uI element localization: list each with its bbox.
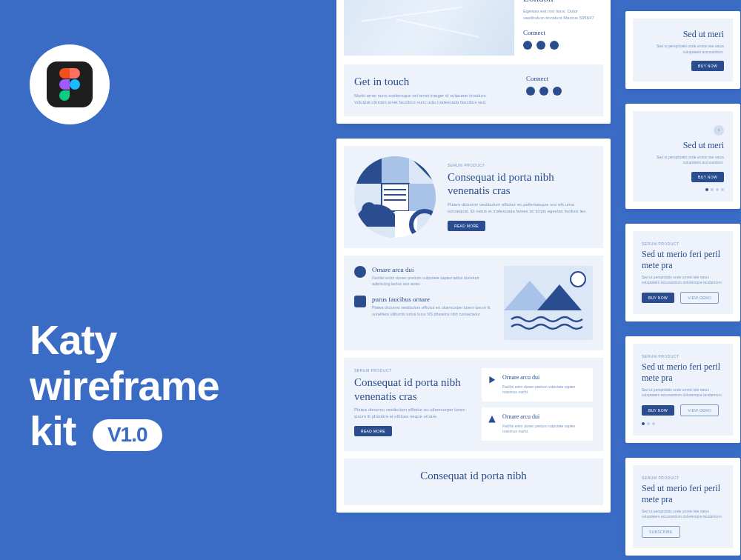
subscribe-button[interactable]: SUBSCRIBE [642, 526, 680, 538]
r1-body: Sed ut perspiciatis unde omnis iste natu… [642, 44, 724, 55]
feature-item: Ornare arcu dui Facilisi enim donec pret… [354, 266, 492, 287]
buy-now-button[interactable]: BUY NOW [642, 293, 674, 303]
panel-r3: SERUM PRODUCT Sed ut merio feri peril me… [625, 224, 740, 321]
facebook-icon[interactable] [526, 87, 535, 96]
carousel-prev-icon[interactable]: ‹ [714, 125, 724, 136]
r4-body: Sed ut perspiciatis unde omnis iste natu… [642, 387, 724, 399]
view-demo-button[interactable]: VIEW DEMO [680, 404, 719, 416]
map-placeholder [344, 0, 514, 56]
svg-rect-2 [354, 156, 382, 184]
twitter-icon[interactable] [553, 87, 562, 96]
version-pill: V1.0 [93, 419, 162, 451]
r5-body: Sed ut perspiciatis unde omnis iste natu… [642, 509, 724, 520]
dot-icon[interactable] [705, 188, 708, 191]
geometric-circle-art [354, 156, 436, 238]
feature-title: purus faucibus ornare [372, 296, 492, 303]
feature-item: purus faucibus ornare Platea dictumst ve… [354, 296, 492, 317]
get-in-touch: Get in touch Morbi amet nunc scelerisque… [344, 64, 603, 116]
svg-rect-3 [382, 156, 409, 184]
document-icon [354, 296, 366, 307]
twitter-icon[interactable] [550, 41, 559, 50]
dot-icon[interactable] [711, 188, 714, 191]
r4-title: Sed ut merio feri peril mete pra [642, 361, 724, 384]
r3-title: Sed ut merio feri peril mete pra [642, 249, 724, 271]
column-b: Sed ut meri Sed ut perspiciatis unde omn… [625, 0, 740, 556]
dot-icon[interactable] [647, 422, 650, 425]
r1-title: Sed ut meri [642, 29, 724, 40]
figma-badge [30, 44, 110, 124]
product-a-title: Consequat id porta nibh venenatis cras [448, 170, 593, 199]
promo-title: Katy wireframe kit V1.0 [30, 317, 304, 454]
carousel-dots [642, 422, 724, 425]
r3-body: Sed ut perspiciatis unde omnis iste natu… [642, 275, 724, 286]
title-line: kit [30, 407, 76, 454]
product-b-block: SERUM PRODUCT Consequat id porta nibh ve… [344, 358, 603, 451]
panel-r4: SERUM PRODUCT Sed ut merio feri peril me… [625, 336, 740, 443]
panel-products: SERUM PRODUCT Consequat id porta nibh ve… [336, 139, 611, 513]
get-in-touch-body: Morbi amet nunc scelerisque vel amet int… [354, 93, 488, 106]
linkedin-icon[interactable] [536, 41, 545, 50]
buy-now-button[interactable]: BUY NOW [691, 61, 724, 71]
figma-icon [47, 61, 93, 107]
r5-eyebrow: SERUM PRODUCT [642, 476, 724, 480]
card-body: Facilisi enim donec pretium vulputate sa… [502, 424, 587, 435]
dot-icon[interactable] [652, 422, 655, 425]
get-in-touch-title: Get in touch [354, 75, 514, 89]
connect-label: Connect [523, 29, 594, 36]
svg-point-0 [70, 79, 80, 90]
social-icons [523, 41, 594, 50]
geometric-square-art [504, 266, 593, 340]
chat-icon [354, 266, 366, 278]
product-a-block: SERUM PRODUCT Consequat id porta nibh ve… [344, 146, 603, 248]
dot-icon[interactable] [721, 188, 724, 191]
connect-label: Connect [526, 75, 593, 82]
r2-title: Sed ut meri [642, 140, 724, 151]
column-a: London Egestas est nisi risus. Dolor ves… [336, 0, 611, 513]
facebook-icon[interactable] [523, 41, 532, 50]
feature-body: Facilisi enim donec pretium vulputate sa… [372, 275, 492, 287]
dot-icon[interactable] [716, 188, 719, 191]
buy-now-button[interactable]: BUY NOW [642, 405, 674, 416]
contact-address: Egestas est nisi risus. Dolor vestibulum… [523, 8, 594, 21]
mini-card: Ornare arcu dui Facilisi enim donec pret… [482, 407, 593, 441]
panel-r2: ‹ Sed ut meri Sed ut perspiciatis unde o… [625, 104, 740, 209]
feature-body: Platea dictumst vestibulum efficitur eu … [372, 304, 492, 317]
product-c-block: Consequat id porta nibh [344, 459, 603, 505]
r4-eyebrow: SERUM PRODUCT [642, 354, 724, 359]
card-title: Ornare arcu dui [502, 374, 587, 381]
mini-card: Ornare arcu dui Facilisi enim donec pret… [482, 368, 593, 401]
r5-title: Sed ut merio feri peril mete pra [642, 483, 724, 505]
product-b-eyebrow: SERUM PRODUCT [354, 368, 470, 373]
panel-contact-map: London Egestas est nisi risus. Dolor ves… [336, 0, 611, 124]
title-line: Katy [30, 316, 116, 363]
contact-city: London [523, 0, 594, 4]
play-icon [488, 376, 496, 384]
product-c-title: Consequat id porta nibh [354, 469, 593, 483]
read-more-button[interactable]: READ MORE [448, 221, 485, 231]
product-a-body: Platea dictumst vestibulum efficitur eu … [448, 201, 593, 215]
product-b-body: Platea dictumst vestibulum efficitur eu … [354, 407, 470, 420]
title-line: wireframe [30, 362, 219, 409]
dot-icon[interactable] [642, 422, 645, 425]
product-b-title: Consequat id porta nibh venenatis cras [354, 376, 470, 404]
panel-r1: Sed ut meri Sed ut perspiciatis unde omn… [625, 11, 740, 89]
feature-title: Ornare arcu dui [372, 266, 492, 273]
svg-point-13 [571, 272, 585, 287]
carousel-dots [642, 188, 724, 191]
buy-now-button[interactable]: BUY NOW [691, 172, 724, 182]
linkedin-icon[interactable] [539, 87, 548, 96]
promo-panel: Katy wireframe kit V1.0 [30, 44, 304, 454]
product-a-eyebrow: SERUM PRODUCT [448, 163, 593, 167]
triangle-up-icon [488, 415, 496, 424]
view-demo-button[interactable]: VIEW DEMO [680, 292, 719, 304]
features-block: Ornare arcu dui Facilisi enim donec pret… [344, 256, 603, 350]
card-title: Ornare arcu dui [502, 413, 587, 420]
read-more-button[interactable]: READ MORE [354, 426, 392, 436]
svg-rect-7 [409, 184, 436, 211]
r3-eyebrow: SERUM PRODUCT [642, 241, 724, 246]
social-icons [526, 87, 593, 96]
panel-r5: SERUM PRODUCT Sed ut merio feri peril me… [625, 458, 740, 556]
r2-body: Sed ut perspiciatis unde omnis iste natu… [642, 155, 724, 166]
card-body: Facilisi enim donec pretium vulputate sa… [502, 384, 587, 396]
